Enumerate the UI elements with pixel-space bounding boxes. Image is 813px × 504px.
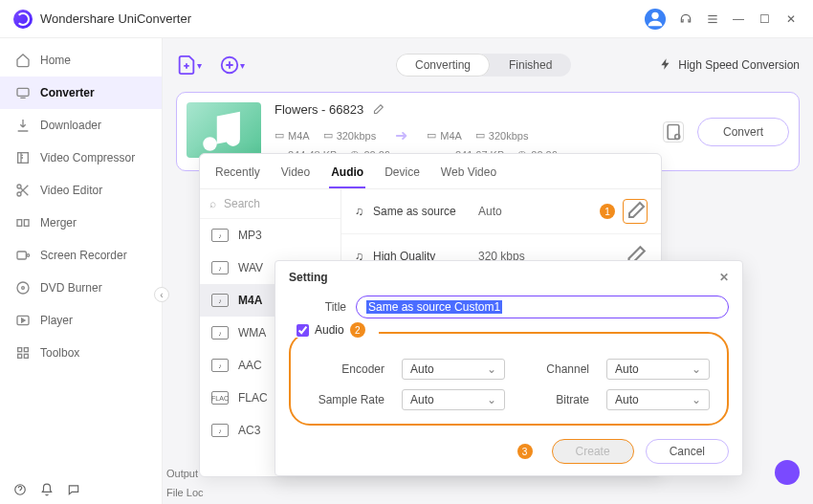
modal-title: Setting: [289, 271, 328, 284]
support-icon[interactable]: [679, 12, 692, 26]
format-search[interactable]: ⌕Search: [200, 189, 341, 219]
svg-rect-9: [24, 220, 29, 227]
sidebar-item-dvd[interactable]: DVD Burner: [0, 272, 162, 304]
samplerate-dropdown[interactable]: Auto: [402, 389, 505, 410]
sidebar-item-downloader[interactable]: Downloader: [0, 109, 162, 142]
bolt-icon: [659, 57, 672, 74]
note-icon: ♪: [211, 326, 229, 340]
note-icon: FLAC: [211, 391, 229, 405]
audio-checkbox[interactable]: [297, 324, 309, 337]
maximize-button[interactable]: ☐: [759, 12, 773, 26]
rename-icon[interactable]: [371, 103, 385, 117]
modal-close-button[interactable]: ✕: [719, 271, 729, 284]
content-area: ▾ ▾ Converting Finished High Speed Conve…: [163, 38, 813, 504]
sidebar-item-label: Toolbox: [40, 346, 79, 360]
sidebar-item-merger[interactable]: Merger: [0, 207, 162, 239]
convert-all-button[interactable]: [775, 460, 800, 485]
file-title: Flowers - 66823: [275, 102, 363, 117]
svg-point-13: [22, 287, 25, 290]
arrow-right-icon: ➜: [395, 126, 407, 144]
note-icon: ♪: [211, 229, 229, 242]
help-icon[interactable]: [13, 483, 27, 496]
bell-icon[interactable]: [40, 483, 54, 496]
compress-icon: [15, 150, 31, 165]
sidebar-item-player[interactable]: Player: [0, 304, 162, 337]
tab-recently[interactable]: Recently: [213, 162, 262, 188]
create-button[interactable]: Create: [552, 439, 634, 464]
callout-badge-1: 1: [600, 204, 615, 219]
bitrate-label: Bitrate: [522, 393, 589, 406]
merge-icon: [15, 215, 31, 230]
svg-rect-4: [17, 88, 29, 96]
svg-rect-18: [24, 354, 28, 358]
folder-icon: ▭: [275, 129, 284, 142]
samplerate-label: Sample Rate: [308, 393, 385, 406]
message-icon[interactable]: [67, 483, 80, 496]
minimize-button[interactable]: —: [733, 12, 746, 26]
converter-icon: [15, 85, 31, 100]
sidebar-item-home[interactable]: Home: [0, 44, 162, 77]
close-button[interactable]: ✕: [786, 12, 800, 26]
play-icon: [15, 313, 31, 328]
svg-rect-10: [17, 252, 26, 259]
note-icon: ♪: [211, 261, 229, 274]
edit-preset-button[interactable]: [623, 199, 648, 224]
status-segment[interactable]: Converting Finished: [396, 54, 571, 77]
segment-finished[interactable]: Finished: [490, 54, 571, 77]
sidebar-item-label: Downloader: [40, 119, 101, 132]
sidebar-item-label: Video Compressor: [40, 151, 135, 164]
title-label: Title: [289, 300, 346, 314]
bitrate-dropdown[interactable]: Auto: [606, 389, 710, 410]
high-speed-toggle[interactable]: High Speed Conversion: [659, 57, 800, 74]
output-label: Output: [166, 468, 204, 479]
user-avatar[interactable]: [645, 9, 666, 30]
note-icon: ♪: [211, 294, 229, 307]
settings-modal: Setting ✕ Title Same as source Custom1 A…: [275, 260, 743, 476]
toolbar: ▾ ▾ Converting Finished High Speed Conve…: [176, 48, 800, 82]
format-mp3[interactable]: ♪MP3: [200, 219, 341, 252]
output-settings-button[interactable]: [663, 121, 684, 142]
encoder-dropdown[interactable]: Auto: [402, 359, 505, 380]
menu-icon[interactable]: [706, 12, 719, 26]
sidebar-item-compressor[interactable]: Video Compressor: [0, 142, 162, 174]
file-location-label: File Loc: [166, 487, 204, 498]
add-file-button[interactable]: ▾: [176, 55, 202, 76]
channel-dropdown[interactable]: Auto: [606, 359, 710, 380]
tab-webvideo[interactable]: Web Video: [439, 162, 498, 188]
preset-same-as-source[interactable]: ♫ Same as source Auto 1: [341, 189, 661, 234]
segment-converting[interactable]: Converting: [396, 54, 490, 77]
audio-label: Audio: [315, 323, 344, 337]
title-bar: Wondershare UniConverter — ☐ ✕: [0, 0, 813, 38]
note-icon: ♪: [211, 424, 229, 437]
tab-video[interactable]: Video: [279, 162, 312, 188]
svg-point-7: [17, 192, 21, 196]
title-input[interactable]: Same as source Custom1: [356, 296, 729, 318]
download-icon: [15, 118, 31, 133]
svg-rect-21: [668, 124, 679, 139]
tab-device[interactable]: Device: [383, 162, 422, 188]
folder-icon: ▭: [475, 129, 485, 142]
sidebar-item-recorder[interactable]: Screen Recorder: [0, 239, 162, 272]
tab-audio[interactable]: Audio: [329, 162, 365, 188]
svg-rect-17: [18, 354, 22, 358]
sidebar-item-editor[interactable]: Video Editor: [0, 174, 162, 207]
scissors-icon: [15, 183, 31, 198]
sidebar-item-toolbox[interactable]: Toolbox: [0, 337, 162, 369]
note-icon: ♪: [211, 359, 229, 372]
svg-point-12: [17, 282, 29, 294]
home-icon: [15, 53, 31, 68]
svg-point-11: [27, 254, 30, 257]
search-icon: ⌕: [209, 197, 216, 210]
svg-rect-8: [17, 220, 22, 227]
music-icon: ♫: [355, 205, 363, 218]
convert-button[interactable]: Convert: [697, 118, 789, 146]
sidebar-item-label: Merger: [40, 216, 77, 230]
cancel-button[interactable]: Cancel: [646, 439, 729, 464]
grid-icon: [15, 345, 31, 361]
app-logo: [13, 10, 33, 29]
bottom-bar: Output File Loc: [166, 468, 204, 498]
audio-settings-group: Audio 2 Encoder Auto Channel Auto Sample…: [289, 332, 729, 426]
encoder-label: Encoder: [308, 362, 385, 376]
add-url-button[interactable]: ▾: [219, 55, 245, 76]
sidebar-item-converter[interactable]: Converter: [0, 77, 162, 109]
